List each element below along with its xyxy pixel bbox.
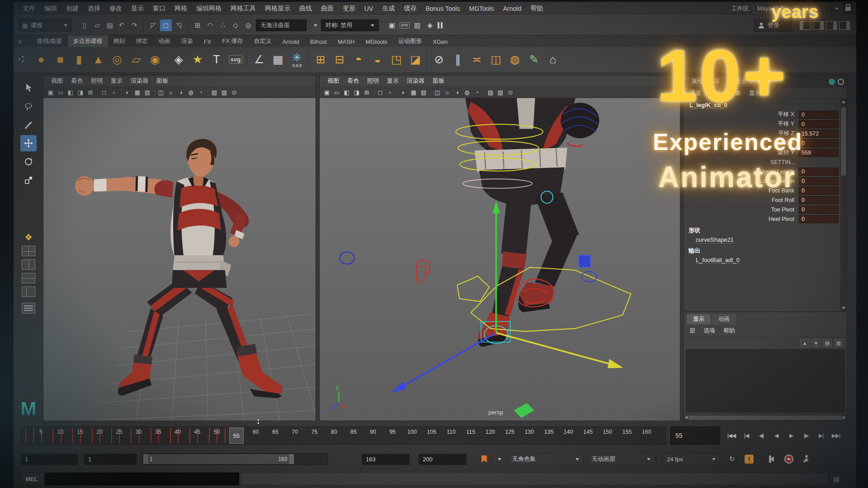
poly-sphere-icon[interactable]: ● [32,49,51,70]
menu-item[interactable]: UV [360,4,377,14]
viewport-canvas[interactable] [43,98,316,421]
shelf-tab[interactable]: MGtools [360,37,392,47]
login-button[interactable]: 登录 [754,19,792,32]
chevron-down-icon[interactable] [314,24,317,27]
menu-item[interactable]: 缓存 [399,3,421,14]
step-forward-key-button[interactable]: |▶ [799,429,813,442]
current-frame-scrubber[interactable]: 55 [229,427,244,444]
shelf-tab[interactable]: MASH [332,37,360,47]
open-scene-icon[interactable]: ▱ [91,19,103,31]
channel-value-field[interactable]: 0 [799,177,839,185]
svg-tool-icon[interactable]: svg [226,49,245,70]
resolution-gate-icon[interactable]: ◧ [66,88,75,97]
menu-item[interactable]: 曲线 [295,3,316,14]
vp-divider[interactable] [152,88,156,97]
shadows-toggle-icon[interactable]: ◑ [452,88,462,97]
anim-start-field[interactable]: 1 [20,453,78,465]
channel-value-field[interactable]: 0 [799,206,839,214]
toggle-modeling-toolkit-icon[interactable] [800,21,811,30]
step-forward-frame-button[interactable]: ▶| [814,429,828,442]
channel-value-field[interactable]: 0 [799,111,839,119]
toggle-tool-settings-icon[interactable] [826,21,837,30]
viewport-menu-item[interactable]: 面板 [152,76,172,86]
workspace-caret[interactable] [833,4,841,14]
shape-node-item[interactable]: curveShape21 [684,235,839,244]
new-empty-layer-icon[interactable]: ▤ [823,339,832,347]
snap-to-grid-icon[interactable]: ⊞ [192,19,203,31]
layer-editor-tab[interactable]: 动画 [712,314,736,324]
shelf-divider[interactable] [165,49,169,70]
scroll-left-icon[interactable] [685,416,688,419]
vp-divider[interactable] [95,88,99,97]
isolate-select-icon[interactable]: ⊙ [505,88,515,97]
shelf-tab[interactable]: Bifrost [305,37,332,47]
gear-icon[interactable] [19,56,25,62]
smooth-icon[interactable]: ◍ [505,49,524,70]
playback-start-field[interactable]: 1 [84,453,137,465]
channel-value-field[interactable]: 0 [799,187,839,195]
select-by-hierarchy-icon[interactable]: ◸ [147,19,159,31]
lasso-tool[interactable] [20,98,37,114]
scrollbar-thumb[interactable] [841,108,846,175]
channel-label[interactable]: Upper Length [684,169,799,175]
render-settings-icon[interactable]: ◈ [424,19,436,31]
channel-display-icon[interactable]: ◐ [399,88,409,97]
move-layer-down-icon[interactable]: ▾ [811,339,821,347]
channel-value-field[interactable]: 0 [799,139,839,147]
wireframe-on-shaded-icon[interactable]: ▧ [486,88,495,97]
fps-dropdown[interactable]: 24 fps [662,453,720,465]
isolate-select-icon[interactable]: ⊙ [229,88,239,97]
channel-label[interactable]: Lower Length [684,178,799,184]
lighting-toggle-icon[interactable]: ☼ [442,88,452,97]
scroll-up-icon[interactable] [842,100,845,103]
menu-item[interactable]: 曲面 [316,3,338,14]
selected-object-name[interactable]: L_legIK_ctl_0 [684,100,839,110]
menu-item[interactable]: 编辑 [40,3,61,14]
vp-divider[interactable] [395,88,399,97]
save-scene-icon[interactable]: ▤ [104,19,116,31]
menu-item[interactable]: 网格工具 [226,3,260,14]
create-polygon-tool-icon[interactable]: ⌂ [543,49,562,70]
render-sequence-icon[interactable]: ▥ [411,19,423,31]
channel-box-scrollbar[interactable] [840,99,847,311]
ambient-occlusion-icon[interactable]: ◍ [462,88,472,97]
layer-menu-item[interactable]: 帮助 [723,327,735,335]
attribute-editor-icon[interactable] [838,79,844,85]
shelf-divider[interactable] [307,49,311,70]
grid-toggle-icon[interactable]: ▦ [409,88,419,97]
wireframe-on-shaded-icon[interactable]: ▧ [209,88,219,97]
platonic-solid-icon[interactable]: ◈ [169,49,188,70]
viewport-menu-item[interactable]: 视图 [47,76,67,86]
channel-value-field[interactable]: 0 [799,196,839,204]
step-back-frame-button[interactable]: |◀ [740,429,753,442]
workspace-selector[interactable]: Maya 经典 [753,4,830,14]
menu-item[interactable]: MGTools [464,4,498,14]
snap-to-plane-icon[interactable]: ◇ [230,19,241,31]
go-to-end-button[interactable]: ▶▶| [829,429,843,442]
shelf-tab[interactable]: 渲染 [176,35,198,47]
viewport-menu-item[interactable]: 着色 [343,76,363,86]
menu-item[interactable]: 修改 [105,3,127,14]
redo-icon[interactable]: ↷ [128,19,140,31]
bevel-icon[interactable]: ◪ [406,49,425,70]
ipr-render-icon[interactable]: IPR [399,19,410,31]
auto-keyframe-icon[interactable] [783,453,795,465]
channel-value-field[interactable]: 0 [799,120,839,128]
sweep-mesh-icon[interactable]: ★ [188,49,207,70]
layer-list[interactable] [686,349,845,413]
vp-divider[interactable] [482,88,486,97]
channel-label[interactable]: Foot Roll [684,197,799,203]
play-forwards-button[interactable]: ▶ [784,429,798,442]
shelf-tab[interactable]: 多边形建模 [68,35,108,47]
safe-action-icon[interactable]: ◻ [99,88,109,97]
viewport-menu-item[interactable]: 照明 [363,76,383,86]
menu-item[interactable]: 变形 [338,3,360,14]
menu-item[interactable]: 文件 [18,3,40,14]
layer-editor-tab[interactable]: 显示 [687,314,711,324]
menu-item[interactable]: Bonus Tools [421,4,464,14]
mel-toggle-button[interactable]: MEL [20,473,43,485]
bridge-icon[interactable]: ≍ [467,49,486,70]
lighting-toggle-icon[interactable]: ☼ [166,88,176,97]
shelf-tab[interactable]: 动画 [153,35,176,47]
range-start-handle[interactable] [143,454,148,464]
